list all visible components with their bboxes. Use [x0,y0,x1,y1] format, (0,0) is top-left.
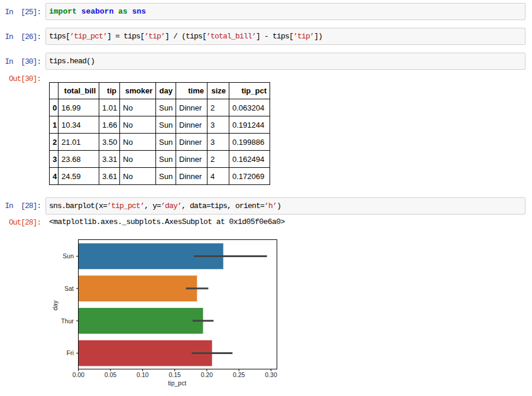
svg-text:0.05: 0.05 [105,371,117,378]
svg-text:0.20: 0.20 [201,371,213,378]
svg-text:day: day [51,300,59,311]
svg-text:0.25: 0.25 [233,371,245,378]
svg-text:Sun: Sun [63,252,74,259]
svg-text:Sat: Sat [64,285,74,292]
svg-text:0.15: 0.15 [168,371,181,378]
svg-text:0.30: 0.30 [265,371,277,378]
svg-text:0.00: 0.00 [72,371,85,378]
svg-text:Fri: Fri [67,349,74,356]
svg-text:Thur: Thur [61,317,74,324]
svg-text:0.10: 0.10 [137,371,149,378]
svg-text:tip_pct: tip_pct [168,379,186,387]
